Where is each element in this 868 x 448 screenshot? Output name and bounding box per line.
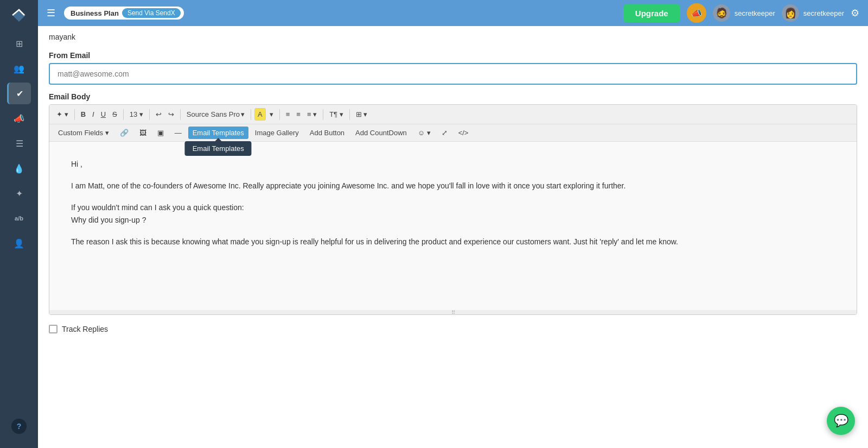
chat-icon: 💬 [834,414,848,428]
bold-btn[interactable]: B [78,109,88,120]
sidebar-item-campaigns[interactable]: ✔ [7,83,31,104]
sep6 [279,109,280,120]
email-para2: If you wouldn't mind can I ask you a qui… [71,201,835,228]
sidebar-item-contacts[interactable]: 👥 [7,58,31,79]
sidebar-item-drops[interactable]: 💧 [7,157,31,179]
underline-btn[interactable]: U [98,109,108,120]
sidebar-item-ab[interactable]: a/b [7,207,31,229]
image-btn[interactable]: 🖼 [135,127,151,139]
magic-btn[interactable]: ✦ ▾ [54,109,71,120]
color-btn[interactable]: A [254,108,266,121]
main-area: ☰ Business Plan Send Via SendX Upgrade 📣… [38,0,868,448]
plan-label: Business Plan [71,9,119,17]
sidebar-item-lists[interactable]: ☰ [7,132,31,154]
email-templates-container: Email Templates Email Templates [188,127,248,139]
email-body-section: Email Body ✦ ▾ B I U S 13 ▾ ↩ ↪ [49,92,857,315]
add-button-btn[interactable]: Add Button [305,127,349,139]
toolbar-row2: Custom Fields ▾ 🔗 🖼 ▣ — Email Templates … [49,124,857,142]
plan-badge: Business Plan Send Via SendX [64,7,184,20]
track-replies-row: Track Replies [49,325,857,333]
toolbar-row1: ✦ ▾ B I U S 13 ▾ ↩ ↪ Source Sans Pro ▾ [49,105,857,124]
email-templates-tooltip: Email Templates [185,141,252,156]
font-name-btn[interactable]: Source Sans Pro ▾ [184,109,247,120]
from-name-row: mayank [49,26,857,46]
sidebar-item-groups[interactable]: 👤 [7,232,31,254]
user2-name: secretkeeper [803,9,844,17]
redo-btn[interactable]: ↪ [165,109,177,120]
from-email-label: From Email [49,51,857,60]
app-logo[interactable] [9,5,29,25]
font-size-btn[interactable]: 13 ▾ [127,109,146,120]
track-replies-checkbox[interactable] [49,325,58,333]
sidebar-item-megaphone[interactable]: 📣 [7,108,31,129]
text-format-btn[interactable]: T¶ ▾ [327,109,346,120]
email-para1: I am Matt, one of the co-founders of Awe… [71,180,835,193]
ul-btn[interactable]: ≡ [283,109,293,120]
link-btn[interactable]: 🔗 [116,127,133,139]
add-countdown-btn[interactable]: Add CountDown [351,127,411,139]
resize-handle[interactable] [49,310,857,314]
chat-bubble[interactable]: 💬 [827,407,855,435]
image-gallery-btn[interactable]: Image Gallery [251,127,303,139]
editor-container: ✦ ▾ B I U S 13 ▾ ↩ ↪ Source Sans Pro ▾ [49,104,857,315]
expand-btn[interactable]: ⤢ [437,127,452,139]
sep1 [74,109,75,120]
track-replies-label: Track Replies [62,325,108,333]
user1-name: secretkeeper [735,9,775,17]
from-email-input[interactable] [49,63,857,85]
editor-content[interactable]: Hi , I am Matt, one of the co-founders o… [49,142,857,310]
sidebar: ⊞ 👥 ✔ 📣 ☰ 💧 ✦ a/b 👤 ? [0,0,38,448]
emoji-btn[interactable]: ☺ ▾ [413,127,435,139]
video-btn[interactable]: ▣ [153,127,168,139]
send-via-label[interactable]: Send Via SendX [122,8,181,18]
notification-icon[interactable]: 📣 [687,3,706,23]
dash-btn[interactable]: — [170,127,186,139]
user1-area[interactable]: 🧔 secretkeeper [713,4,775,22]
sep2 [123,109,124,120]
hamburger-icon[interactable]: ☰ [47,7,55,19]
settings-icon[interactable]: ⚙ [851,7,859,19]
sidebar-item-magic[interactable]: ✦ [7,182,31,204]
italic-btn[interactable]: I [90,109,97,120]
email-greeting: Hi , [71,158,835,171]
sep3 [149,109,150,120]
font-name-label: Source Sans Pro [187,110,240,118]
table-btn[interactable]: ⊞ ▾ [353,109,371,120]
code-btn[interactable]: </> [454,127,473,139]
upgrade-button[interactable]: Upgrade [623,4,680,22]
sidebar-item-dashboard[interactable]: ⊞ [7,33,31,54]
email-body-label: Email Body [49,92,857,101]
undo-btn[interactable]: ↩ [153,109,164,120]
sep5 [251,109,251,120]
strikethrough-btn[interactable]: S [110,109,120,120]
topbar: ☰ Business Plan Send Via SendX Upgrade 📣… [38,0,868,26]
color-arrow-btn[interactable]: ▾ [267,109,276,120]
sep4 [180,109,181,120]
sep7 [323,109,323,120]
custom-fields-btn[interactable]: Custom Fields ▾ [54,127,113,139]
email-para3: The reason I ask this is because knowing… [71,236,835,249]
sidebar-item-help[interactable]: ? [7,415,31,437]
user2-avatar: 👩 [782,4,799,22]
content-area: mayank From Email Email Body ✦ ▾ B I U S… [38,26,868,448]
from-name-value: mayank [49,31,857,42]
user2-area[interactable]: 👩 secretkeeper [782,4,844,22]
ol-btn[interactable]: ≡ [293,109,303,120]
sep8 [349,109,350,120]
user1-avatar: 🧔 [713,4,730,22]
align-btn[interactable]: ≡ ▾ [304,109,320,120]
